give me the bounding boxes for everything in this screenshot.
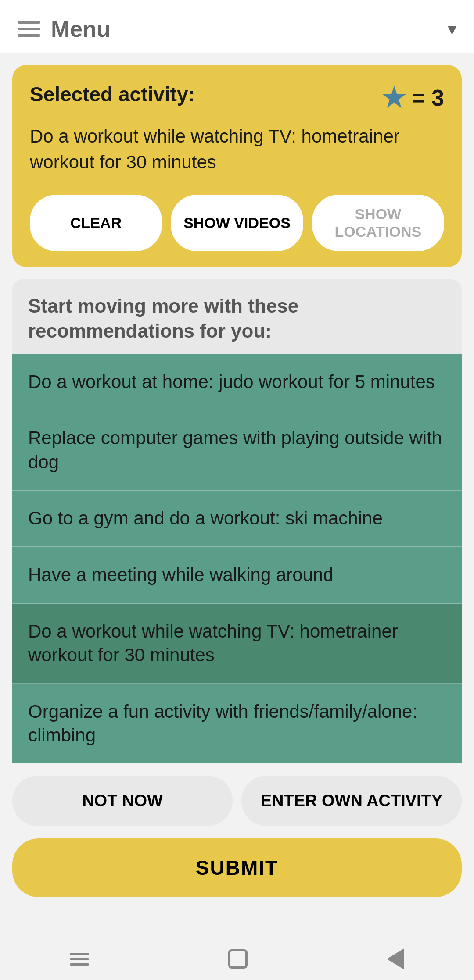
selected-activity-text: Do a workout while watching TV: hometrai… — [30, 124, 444, 175]
activity-list-item[interactable]: Replace computer games with playing outs… — [12, 410, 462, 491]
chevron-down-icon[interactable]: ▾ — [448, 19, 456, 39]
selected-activity-card: Selected activity: ★ = 3 Do a workout wh… — [12, 65, 462, 267]
star-rating: ★ = 3 — [382, 82, 444, 113]
enter-own-activity-button[interactable]: ENTER OWN ACTIVITY — [241, 776, 462, 826]
activity-list-item[interactable]: Have a meeting while walking around — [12, 547, 462, 604]
nav-left: Menu — [18, 16, 111, 42]
sys-home-icon[interactable] — [228, 949, 248, 969]
bottom-buttons: NOT NOW ENTER OWN ACTIVITY — [12, 776, 462, 826]
submit-button[interactable]: SUBMIT — [12, 838, 462, 897]
recommendations-section: Start moving more with these recommendat… — [12, 279, 462, 354]
hamburger-icon[interactable] — [18, 21, 40, 37]
card-header: Selected activity: ★ = 3 — [30, 82, 444, 113]
card-buttons: CLEAR SHOW VIDEOS SHOW LOCATIONS — [30, 195, 444, 252]
rating-value: = 3 — [412, 85, 444, 111]
sys-menu-icon[interactable] — [70, 953, 89, 966]
top-navigation: Menu ▾ — [0, 0, 474, 53]
activity-list-item[interactable]: Do a workout while watching TV: hometrai… — [12, 604, 462, 684]
not-now-button[interactable]: NOT NOW — [12, 776, 233, 826]
show-locations-button[interactable]: SHOW LOCATIONS — [312, 195, 444, 252]
activity-list-item[interactable]: Go to a gym and do a workout: ski machin… — [12, 491, 462, 547]
clear-button[interactable]: CLEAR — [30, 195, 162, 252]
selected-label: Selected activity: — [30, 82, 195, 106]
nav-title: Menu — [51, 16, 111, 42]
activity-list-item[interactable]: Do a workout at home: judo workout for 5… — [12, 354, 462, 411]
system-navigation — [0, 934, 474, 980]
show-videos-button[interactable]: SHOW VIDEOS — [171, 195, 303, 252]
star-icon: ★ — [382, 82, 406, 113]
activity-list-item[interactable]: Organize a fun activity with friends/fam… — [12, 684, 462, 763]
recommendations-title: Start moving more with these recommendat… — [28, 295, 298, 342]
activity-list: Do a workout at home: judo workout for 5… — [12, 354, 462, 763]
sys-back-icon[interactable] — [387, 948, 404, 969]
